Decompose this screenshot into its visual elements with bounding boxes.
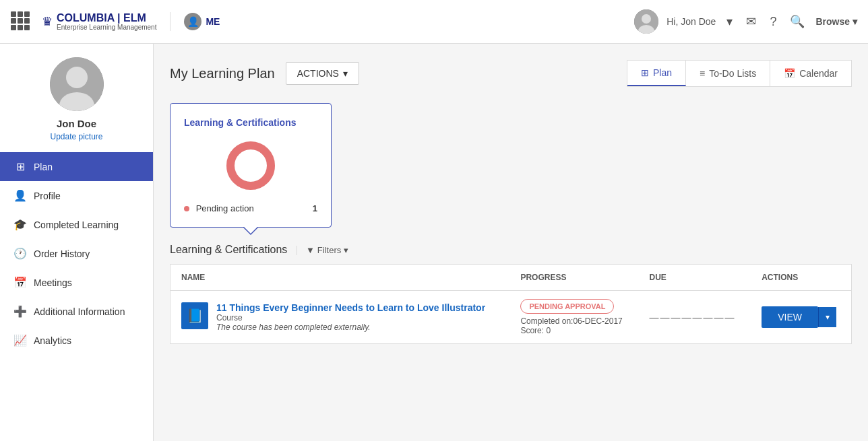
additional-info-icon: ➕ [13,305,27,318]
messages-icon[interactable]: ✉ [743,11,759,32]
help-icon[interactable]: ? [767,12,779,32]
svg-point-4 [66,67,88,88]
plan-icon: ⊞ [13,160,27,173]
sidebar-user-name: Jon Doe [57,118,96,129]
me-label: ME [206,16,220,27]
course-type: Course [216,313,485,323]
pipe-divider: | [295,244,298,255]
certifications-section-title: Learning & Certifications [170,244,287,256]
col-due: DUE [638,265,751,291]
filters-button[interactable]: ▼ Filters ▾ [306,245,348,255]
actions-button[interactable]: ACTIONS ▾ [286,62,359,85]
pending-approval-badge: PENDING APPROVAL [520,299,614,314]
sidebar-item-additional-information[interactable]: ➕ Additional Information [0,297,153,326]
col-progress: PROGRESS [509,265,638,291]
logo-subtitle: Enterprise Learning Management [57,24,156,31]
profile-avatar [50,57,104,111]
sidebar-label-meetings: Meetings [34,277,72,288]
view-tabs: ⊞ Plan ≡ To-Do Lists 📅 Calendar [627,60,852,87]
learning-cards-row: Learning & Certifications Pending action… [170,103,852,228]
col-name: NAME [170,265,510,291]
analytics-icon: 📈 [13,334,27,347]
sidebar-label-additional-info: Additional Information [34,306,125,317]
main-content: My Learning Plan ACTIONS ▾ ⊞ Plan ≡ To-D… [154,44,868,441]
pending-label: Pending action [184,203,254,213]
filter-icon: ▼ [306,245,315,255]
actions-cell: VIEW ▾ [751,291,851,344]
sidebar: Jon Doe Update picture ⊞ Plan 👤 Profile … [0,44,154,441]
due-cell: ———————— [638,291,751,344]
tab-calendar-label: Calendar [799,68,838,79]
pending-count: 1 [313,203,317,213]
top-navigation: ♛ COLUMBIA | ELM Enterprise Learning Man… [0,0,868,44]
sidebar-label-completed-learning: Completed Learning [34,219,119,230]
course-note: The course has been completed externally… [216,323,485,332]
sidebar-item-plan[interactable]: ⊞ Plan [0,152,153,181]
actions-label: ACTIONS [297,68,339,79]
sidebar-label-analytics: Analytics [34,335,71,346]
sidebar-item-meetings[interactable]: 📅 Meetings [0,268,153,297]
tab-todo-icon: ≡ [700,68,705,79]
browse-button[interactable]: Browse ▾ [815,16,857,27]
user-area: Hi, Jon Doe ▾ ✉ ? 🔍 Browse ▾ [634,9,857,34]
donut-chart [184,139,317,193]
user-dropdown-button[interactable]: ▾ [724,11,735,32]
score-text: Score: 0 [520,326,627,335]
svg-point-1 [642,14,651,24]
greeting-text: Hi, Jon Doe [666,16,716,27]
certifications-section-header: Learning & Certifications | ▼ Filters ▾ [170,244,852,256]
certifications-table: NAME PROGRESS DUE ACTIONS 📘 11 Things Ev… [170,264,852,344]
update-picture-link[interactable]: Update picture [50,132,102,141]
profile-icon: 👤 [13,189,27,202]
tab-plan[interactable]: ⊞ Plan [627,61,686,86]
browse-chevron-icon: ▾ [852,16,857,27]
sidebar-item-completed-learning[interactable]: 🎓 Completed Learning [0,210,153,239]
completed-learning-icon: 🎓 [13,218,27,231]
learning-certifications-card: Learning & Certifications Pending action… [170,103,332,228]
sidebar-nav: ⊞ Plan 👤 Profile 🎓 Completed Learning 🕐 … [0,152,153,355]
sidebar-label-plan: Plan [34,162,53,172]
tab-plan-icon: ⊞ [641,67,649,78]
sidebar-label-profile: Profile [34,191,61,201]
browse-label: Browse [815,16,850,27]
due-dashes: ———————— [649,312,735,323]
course-icon: 📘 [181,302,208,329]
completed-on: Completed on:06-DEC-2017 [520,316,627,326]
course-name-cell: 📘 11 Things Every Beginner Needs to Lear… [170,291,510,344]
user-avatar [634,9,658,34]
search-icon[interactable]: 🔍 [787,11,807,32]
sidebar-label-order-history: Order History [34,248,90,259]
sidebar-item-profile[interactable]: 👤 Profile [0,181,153,210]
pending-dot [184,206,189,211]
logo-title: COLUMBIA | ELM [57,12,156,24]
pending-row: Pending action 1 [184,203,317,213]
card-title: Learning & Certifications [184,117,317,128]
tab-plan-label: Plan [653,67,672,78]
svg-point-7 [230,145,271,186]
grid-icon[interactable] [11,11,31,32]
page-wrapper: Jon Doe Update picture ⊞ Plan 👤 Profile … [0,44,868,441]
account-icon: 👤 [184,13,202,30]
tab-calendar[interactable]: 📅 Calendar [770,61,851,86]
actions-chevron-icon: ▾ [343,68,348,79]
me-button[interactable]: 👤 ME [184,13,220,30]
progress-cell: PENDING APPROVAL Completed on:06-DEC-201… [509,291,638,344]
filters-label: Filters [317,245,341,255]
sidebar-item-order-history[interactable]: 🕐 Order History [0,239,153,268]
order-history-icon: 🕐 [13,247,27,260]
sidebar-item-analytics[interactable]: 📈 Analytics [0,326,153,355]
table-row: 📘 11 Things Every Beginner Needs to Lear… [170,291,852,344]
course-title[interactable]: 11 Things Every Beginner Needs to Learn … [216,302,485,313]
view-button[interactable]: VIEW [762,306,818,328]
table-header-row: NAME PROGRESS DUE ACTIONS [170,265,852,291]
page-header: My Learning Plan ACTIONS ▾ ⊞ Plan ≡ To-D… [170,60,852,87]
tab-todo-label: To-Do Lists [709,68,756,79]
col-actions: ACTIONS [751,265,851,291]
row-actions-dropdown-button[interactable]: ▾ [818,307,836,327]
header-left: My Learning Plan ACTIONS ▾ [170,62,359,85]
page-title: My Learning Plan [170,66,275,81]
logo-area: ♛ COLUMBIA | ELM Enterprise Learning Man… [42,12,170,32]
filters-chevron-icon: ▾ [344,245,348,255]
tab-calendar-icon: 📅 [784,68,795,79]
tab-todo-lists[interactable]: ≡ To-Do Lists [686,61,770,86]
